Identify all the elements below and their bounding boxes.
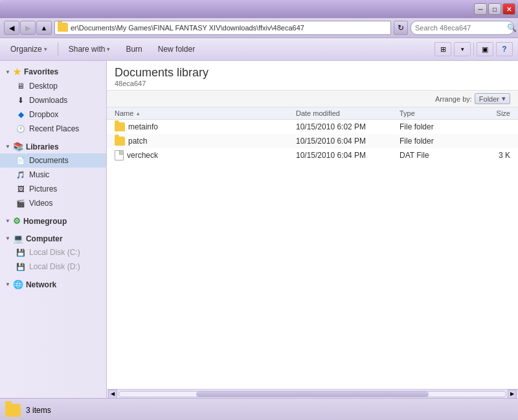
view-options-button[interactable]: ⊞: [434, 42, 451, 56]
favorites-star-icon: ★: [13, 67, 21, 77]
sidebar-item-recent-places[interactable]: 🕐 Recent Places: [0, 122, 106, 136]
recent-places-icon: 🕐: [16, 124, 26, 134]
library-subtitle: 48eca647: [115, 80, 510, 87]
share-chevron-icon: ▾: [107, 46, 110, 52]
network-section: ▼ 🌐 Network: [0, 278, 106, 291]
network-icon: 🌐: [13, 280, 23, 289]
toolbar-separator-1: [58, 43, 58, 56]
status-folder-icon: [5, 404, 21, 417]
folder-icon: [115, 137, 125, 146]
network-label: Network: [26, 280, 56, 289]
sidebar-item-videos[interactable]: 🎬 Videos: [0, 196, 106, 210]
scrollbar-thumb: [196, 392, 428, 397]
sidebar-item-local-disk-d[interactable]: 💾 Local Disk (D:): [0, 260, 106, 274]
sidebar-item-music[interactable]: 🎵 Music: [0, 168, 106, 182]
downloads-icon: ⬇: [16, 95, 26, 105]
libraries-section: ▼ 📚 Libraries 📄 Documents 🎵 Music 🖼 Pict…: [0, 140, 106, 210]
address-folder-icon: [58, 23, 68, 33]
share-with-button[interactable]: Share with ▾: [63, 41, 116, 58]
help-button[interactable]: ?: [496, 42, 513, 56]
computer-header[interactable]: ▼ 💻 Computer: [0, 232, 106, 245]
file-name-cell: vercheck: [115, 150, 296, 160]
toolbar-separator-2: [473, 43, 474, 56]
sidebar: ▼ ★ Favorites 🖥 Desktop ⬇ Downloads ◆ Dr…: [0, 61, 107, 398]
search-icon: 🔍: [507, 23, 517, 32]
close-button[interactable]: ✕: [502, 3, 515, 15]
address-field[interactable]: er\Documents\My Games\FINAL FANTASY XIV\…: [54, 21, 391, 35]
dropbox-icon: ◆: [16, 109, 26, 120]
homegroup-label: Homegroup: [23, 217, 67, 226]
nav-buttons: ◀ ▶ ▲: [4, 21, 52, 35]
horizontal-scrollbar-area: ◀ ▶: [107, 389, 518, 398]
address-bar: ◀ ▶ ▲ er\Documents\My Games\FINAL FANTAS…: [0, 18, 518, 38]
local-disk-d-icon: 💾: [16, 261, 26, 272]
table-row[interactable]: metainfo 10/15/2010 6:02 PM File folder: [107, 120, 518, 134]
homegroup-section: ▼ ⚙ Homegroup: [0, 214, 106, 228]
main-layout: ▼ ★ Favorites 🖥 Desktop ⬇ Downloads ◆ Dr…: [0, 61, 518, 398]
status-item-count: 3 items: [26, 406, 51, 415]
pictures-icon: 🖼: [16, 184, 26, 194]
back-button[interactable]: ◀: [4, 21, 19, 35]
sidebar-item-desktop[interactable]: 🖥 Desktop: [0, 79, 106, 93]
documents-icon: 📄: [16, 155, 26, 166]
network-triangle-icon: ▼: [5, 282, 10, 287]
sort-arrow-icon: ▲: [135, 111, 141, 116]
table-row[interactable]: patch 10/15/2010 6:04 PM File folder: [107, 134, 518, 148]
music-icon: 🎵: [16, 170, 26, 180]
homegroup-triangle-icon: ▼: [5, 218, 10, 224]
sidebar-item-documents[interactable]: 📄 Documents: [0, 153, 106, 168]
refresh-button[interactable]: ↻: [394, 21, 408, 35]
file-date-cell: 10/15/2010 6:04 PM: [296, 137, 400, 146]
sidebar-item-local-disk-c[interactable]: 💾 Local Disk (C:): [0, 245, 106, 260]
libraries-header[interactable]: ▼ 📚 Libraries: [0, 140, 106, 153]
toolbar: Organize ▾ Share with ▾ Burn New folder …: [0, 38, 518, 61]
content-area: Documents library 48eca647 Arrange by: F…: [107, 61, 518, 398]
column-header-date[interactable]: Date modified: [296, 109, 400, 117]
file-type-cell: File folder: [400, 122, 464, 131]
column-header-type[interactable]: Type: [400, 109, 464, 117]
file-rows-container: metainfo 10/15/2010 6:02 PM File folder …: [107, 120, 518, 162]
computer-label: Computer: [26, 234, 63, 243]
details-pane-button[interactable]: ▣: [477, 42, 493, 56]
favorites-header[interactable]: ▼ ★ Favorites: [0, 65, 106, 79]
sidebar-item-pictures[interactable]: 🖼 Pictures: [0, 182, 106, 196]
homegroup-header[interactable]: ▼ ⚙ Homegroup: [0, 214, 106, 228]
content-toolbar: Arrange by: Folder ▾: [107, 91, 518, 107]
forward-button[interactable]: ▶: [20, 21, 36, 35]
organize-button[interactable]: Organize ▾: [5, 41, 52, 58]
column-header-size[interactable]: Size: [464, 109, 510, 117]
window-controls: ─ □ ✕: [474, 3, 515, 15]
scroll-left-button[interactable]: ◀: [108, 390, 117, 399]
desktop-icon: 🖥: [16, 81, 26, 91]
sidebar-item-downloads[interactable]: ⬇ Downloads: [0, 93, 106, 107]
videos-icon: 🎬: [16, 198, 26, 208]
file-name-text: metainfo: [128, 122, 158, 131]
toolbar-right: ⊞ ▾ ▣ ?: [434, 42, 513, 56]
favorites-label: Favorites: [24, 67, 58, 76]
address-text: er\Documents\My Games\FINAL FANTASY XIV\…: [71, 24, 304, 32]
table-row[interactable]: vercheck 10/15/2010 6:04 PM DAT File 3 K: [107, 148, 518, 162]
up-button[interactable]: ▲: [36, 21, 52, 35]
file-name-cell: patch: [115, 137, 296, 146]
folder-icon: [115, 122, 125, 131]
minimize-button[interactable]: ─: [474, 3, 487, 15]
library-title: Documents library: [115, 66, 208, 80]
horizontal-scrollbar[interactable]: [118, 391, 506, 397]
new-folder-button[interactable]: New folder: [153, 41, 200, 58]
favorites-triangle-icon: ▼: [5, 69, 10, 75]
search-box: 🔍: [411, 21, 514, 35]
computer-section: ▼ 💻 Computer 💾 Local Disk (C:) 💾 Local D…: [0, 232, 106, 274]
view-dropdown-button[interactable]: ▾: [454, 42, 471, 56]
burn-button[interactable]: Burn: [120, 41, 147, 58]
network-header[interactable]: ▼ 🌐 Network: [0, 278, 106, 291]
search-input[interactable]: [415, 24, 504, 32]
scroll-right-button[interactable]: ▶: [508, 390, 517, 399]
maximize-button[interactable]: □: [488, 3, 501, 15]
column-header-name[interactable]: Name ▲: [115, 109, 296, 117]
file-date-cell: 10/15/2010 6:02 PM: [296, 122, 400, 131]
arrange-by-dropdown[interactable]: Folder ▾: [475, 93, 510, 104]
status-bar: 3 items: [0, 398, 518, 420]
file-name-text: patch: [128, 137, 147, 146]
sidebar-item-dropbox[interactable]: ◆ Dropbox: [0, 107, 106, 122]
file-name-cell: metainfo: [115, 122, 296, 131]
